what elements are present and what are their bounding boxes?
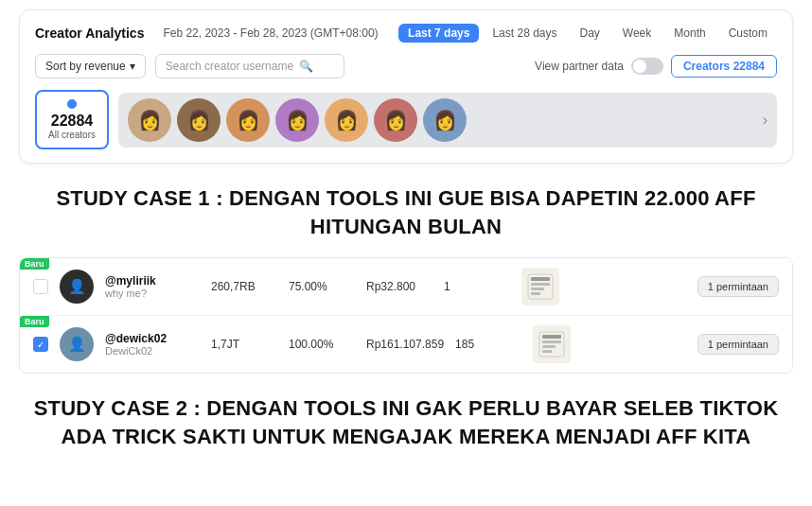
creator-avatar-2[interactable]: 👩 (177, 98, 221, 142)
creator-stat2-2: 100.00% (289, 338, 355, 351)
avatars-scroll-right-icon[interactable]: › (763, 112, 768, 129)
creator-checkbox-1[interactable] (33, 279, 48, 294)
creators-row: 22884 All creators 👩 👩 👩 👩 👩 👩 👩 › (35, 90, 777, 149)
time-filters: Last 7 days Last 28 days Day Week Month … (398, 24, 777, 43)
creator-info-1: @myliriik why me? (105, 274, 200, 299)
avatar-1: 👤 (60, 270, 94, 304)
product-thumb-1 (521, 268, 559, 305)
creator-stat2-1: 75.00% (289, 280, 355, 293)
sort-dropdown[interactable]: Sort by revenue ▾ (35, 54, 146, 79)
search-placeholder: Search creator username (166, 60, 293, 73)
svg-rect-4 (531, 292, 540, 295)
view-partner-toggle[interactable] (631, 58, 663, 75)
all-creators-label: All creators (48, 130, 96, 140)
creator-stat1-2: 1,7JT (211, 338, 277, 351)
all-creators-count: 22884 (51, 113, 94, 130)
creator-avatar-4[interactable]: 👩 (275, 98, 319, 142)
search-box[interactable]: Search creator username 🔍 (155, 54, 344, 79)
filter-week[interactable]: Week (613, 24, 661, 43)
radio-selected-icon (67, 99, 77, 109)
product-thumb-2 (533, 325, 571, 363)
filter-day[interactable]: Day (570, 24, 609, 43)
creator-handle-1: @myliriik (105, 274, 200, 288)
creator-avatar-7[interactable]: 👩 (423, 98, 467, 142)
creator-list: Baru 👤 @myliriik why me? 260,7RB 75.00% … (19, 257, 793, 374)
permintaan-button-2[interactable]: 1 permintaan (697, 334, 779, 355)
creator-info-2: @dewick02 DewiCk02 (105, 332, 200, 357)
creator-avatar-1[interactable]: 👩 (128, 98, 171, 142)
svg-rect-3 (531, 288, 544, 290)
creator-avatar-6[interactable]: 👩 (374, 98, 417, 142)
creator-stat3-1: Rp32.800 (366, 280, 432, 293)
creator-handle-2: @dewick02 (105, 332, 200, 345)
filter-last-7-days[interactable]: Last 7 days (398, 24, 479, 43)
baru-badge-2: Baru (20, 316, 49, 327)
view-partner-label: View partner data (535, 60, 624, 73)
svg-rect-6 (542, 335, 561, 339)
study-case-2-heading: STUDY CASE 2 : DENGAN TOOLS INI GAK PERL… (19, 394, 793, 450)
svg-rect-1 (531, 277, 550, 281)
creator-stat3-2: Rp161.107.859 (366, 338, 444, 351)
analytics-header: Creator Analytics Feb 22, 2023 - Feb 28,… (35, 24, 777, 43)
creator-stat4-1: 1 (444, 280, 510, 293)
filter-month[interactable]: Month (664, 24, 715, 43)
creators-badge[interactable]: Creators 22884 (671, 55, 777, 78)
filter-last-28-days[interactable]: Last 28 days (483, 24, 566, 43)
study-case-1-heading: STUDY CASE 1 : DENGAN TOOLS INI GUE BISA… (19, 184, 793, 240)
search-icon: 🔍 (299, 60, 313, 73)
baru-badge-1: Baru (20, 258, 49, 270)
svg-rect-7 (542, 340, 561, 343)
chevron-down-icon: ▾ (130, 60, 135, 73)
table-row: Baru 👤 @dewick02 DewiCk02 1,7JT 100.00% … (20, 316, 792, 373)
creator-stat1-1: 260,7RB (211, 280, 277, 293)
svg-rect-9 (542, 350, 552, 353)
analytics-title: Creator Analytics (35, 26, 144, 41)
creator-avatar-5[interactable]: 👩 (325, 98, 368, 142)
table-row: Baru 👤 @myliriik why me? 260,7RB 75.00% … (20, 258, 792, 316)
date-range: Feb 22, 2023 - Feb 28, 2023 (GMT+08:00) (163, 26, 378, 40)
avatars-container: 👩 👩 👩 👩 👩 👩 👩 › (118, 93, 777, 148)
permintaan-button-1[interactable]: 1 permintaan (697, 276, 779, 297)
analytics-card: Creator Analytics Feb 22, 2023 - Feb 28,… (19, 9, 793, 164)
view-partner-container: View partner data Creators 22884 (535, 55, 777, 78)
filter-custom[interactable]: Custom (719, 24, 777, 43)
avatar-2: 👤 (60, 327, 94, 361)
creator-checkbox-2[interactable] (33, 337, 48, 352)
creator-sub-1: why me? (105, 288, 200, 299)
svg-rect-8 (542, 345, 556, 348)
sort-label: Sort by revenue (45, 60, 126, 73)
toolbar-row: Sort by revenue ▾ Search creator usernam… (35, 54, 777, 79)
creator-stat4-2: 185 (455, 338, 521, 351)
creator-sub-2: DewiCk02 (105, 345, 200, 357)
all-creators-box[interactable]: 22884 All creators (35, 90, 109, 149)
svg-rect-2 (531, 283, 550, 286)
creator-avatar-3[interactable]: 👩 (226, 98, 270, 142)
